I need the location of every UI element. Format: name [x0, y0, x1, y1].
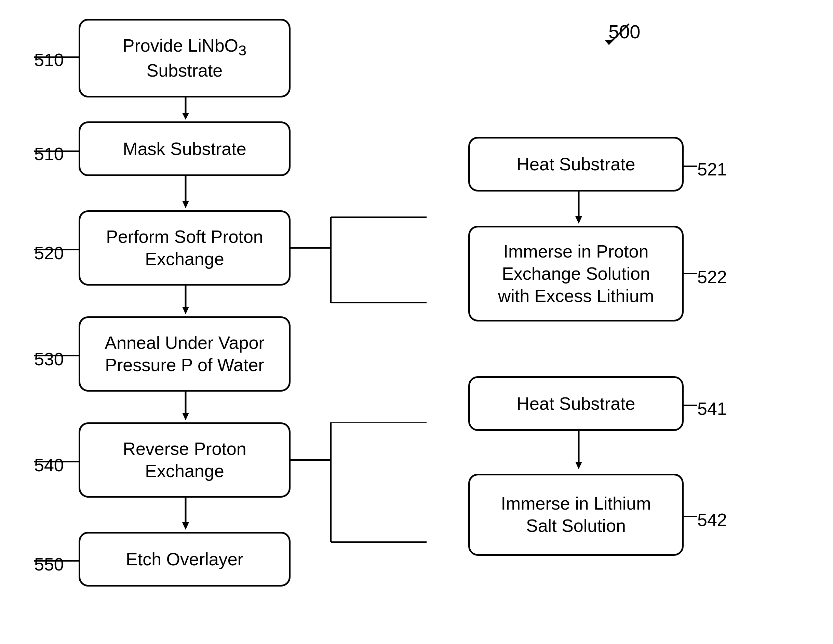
line-521	[683, 166, 697, 167]
label-521: 521	[697, 159, 727, 180]
box-mask-substrate-label: Mask Substrate	[123, 138, 246, 160]
line-550	[34, 560, 79, 562]
svg-marker-20	[575, 216, 582, 224]
box-immerse-lithium-salt-label: Immerse in LithiumSalt Solution	[501, 493, 651, 537]
arrow-510b-520	[180, 176, 191, 210]
line-530	[34, 355, 79, 357]
svg-marker-24	[575, 462, 582, 469]
box-anneal: Anneal Under VaporPressure P of Water	[79, 316, 291, 391]
box-provide-substrate: Provide LiNbO3Substrate	[79, 19, 291, 97]
box-heat-substrate-541: Heat Substrate	[468, 376, 683, 431]
arrow-520-530	[180, 286, 191, 316]
svg-marker-13	[182, 413, 189, 420]
box-soft-proton-exchange: Perform Soft ProtonExchange	[79, 210, 291, 286]
box-provide-substrate-label: Provide LiNbO3Substrate	[123, 35, 246, 82]
svg-marker-4	[182, 113, 189, 120]
diagram: 500 Provide LiNbO3Substrate 510 Mask Sub…	[0, 0, 833, 644]
box-heat-substrate-521-label: Heat Substrate	[517, 153, 635, 175]
arrow-530-540	[180, 391, 191, 422]
label-510b: 510	[34, 144, 64, 164]
box-immerse-lithium-salt: Immerse in LithiumSalt Solution	[468, 474, 683, 556]
label-510a: 510	[34, 50, 64, 70]
label-522: 522	[697, 267, 727, 287]
box-heat-substrate-541-label: Heat Substrate	[517, 393, 635, 415]
box-reverse-proton-exchange: Reverse ProtonExchange	[79, 422, 291, 497]
line-542	[683, 516, 697, 517]
label-542: 542	[697, 510, 727, 530]
svg-marker-16	[182, 522, 189, 530]
box-heat-substrate-521: Heat Substrate	[468, 137, 683, 192]
line-510b	[34, 150, 79, 152]
label-541: 541	[697, 398, 727, 419]
bracket-520-right	[290, 210, 495, 323]
line-522	[683, 273, 697, 275]
line-520	[34, 249, 79, 251]
label-540: 540	[34, 455, 64, 475]
box-anneal-label: Anneal Under VaporPressure P of Water	[105, 332, 264, 376]
label-530: 530	[34, 349, 64, 369]
line-541	[683, 404, 697, 406]
box-soft-proton-exchange-label: Perform Soft ProtonExchange	[106, 226, 263, 270]
arrow-541-542	[574, 431, 584, 472]
line-510a	[34, 56, 79, 58]
arrow-500	[598, 21, 639, 55]
box-immerse-proton-exchange: Immerse in ProtonExchange Solutionwith E…	[468, 226, 683, 322]
arrow-521-522	[574, 192, 584, 226]
box-reverse-proton-exchange-label: Reverse ProtonExchange	[123, 438, 246, 482]
arrow-540-550	[180, 497, 191, 532]
svg-marker-7	[182, 201, 189, 208]
box-immerse-proton-exchange-label: Immerse in ProtonExchange Solutionwith E…	[498, 240, 654, 307]
line-540	[34, 461, 79, 463]
box-etch-overlayer: Etch Overlayer	[79, 532, 291, 586]
box-mask-substrate: Mask Substrate	[79, 121, 291, 176]
label-520: 520	[34, 243, 64, 263]
svg-marker-10	[182, 307, 189, 314]
label-550: 550	[34, 554, 64, 575]
bracket-540-right	[290, 422, 495, 566]
box-etch-overlayer-label: Etch Overlayer	[126, 548, 243, 570]
arrow-510a-510b	[180, 97, 191, 121]
